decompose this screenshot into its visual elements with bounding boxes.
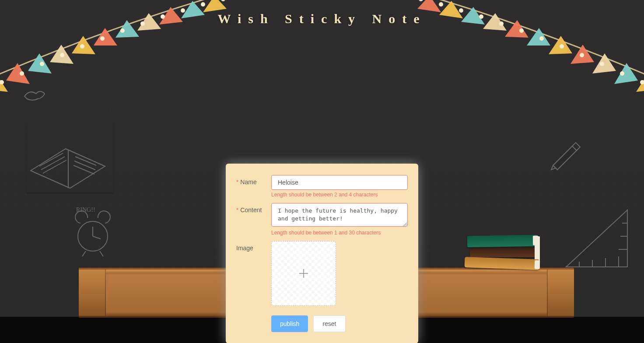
page-title: Wish Sticky Note — [0, 11, 644, 26]
content-label: Content — [236, 203, 271, 214]
content-textarea[interactable] — [271, 203, 408, 227]
chalk-triangle-ruler-icon — [562, 206, 632, 271]
content-error: Length should be between 1 and 30 charac… — [271, 230, 408, 236]
name-error: Length should be between 2 and 4 charact… — [271, 192, 408, 198]
image-label: Image — [236, 241, 271, 252]
reset-button[interactable]: reset — [313, 315, 345, 332]
chalk-bird-icon — [23, 88, 46, 102]
name-label: Name — [236, 175, 271, 186]
chalk-pencil-icon — [548, 136, 583, 171]
book-stack — [465, 235, 539, 270]
publish-button[interactable]: publish — [271, 315, 308, 332]
plus-icon — [298, 268, 309, 279]
chalk-book-icon — [26, 122, 114, 192]
name-input[interactable] — [271, 175, 408, 190]
image-uploader[interactable] — [271, 241, 336, 306]
chalk-clock-icon: RING!! — [70, 206, 116, 258]
wish-form-card: Name Length should be between 2 and 4 ch… — [226, 164, 418, 343]
